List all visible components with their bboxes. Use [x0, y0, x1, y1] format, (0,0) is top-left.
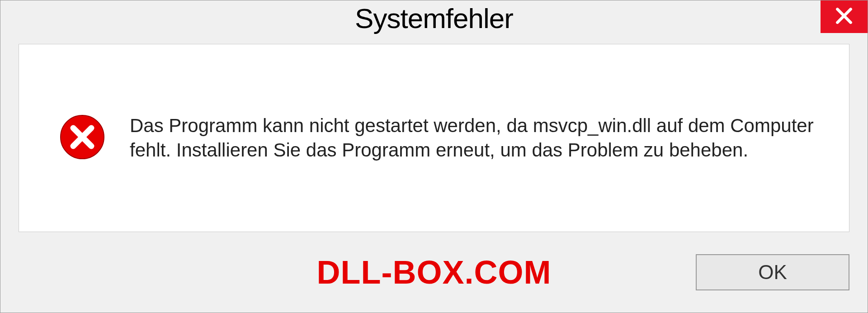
- watermark-text: DLL-BOX.COM: [317, 254, 552, 291]
- titlebar: Systemfehler: [0, 0, 868, 44]
- ok-button[interactable]: OK: [696, 254, 849, 290]
- dialog-footer: DLL-BOX.COM OK: [0, 232, 868, 313]
- error-icon: [60, 114, 105, 161]
- close-button[interactable]: [821, 0, 868, 33]
- dialog-title: Systemfehler: [355, 0, 513, 34]
- content-panel: Das Programm kann nicht gestartet werden…: [19, 44, 849, 232]
- error-message: Das Programm kann nicht gestartet werden…: [130, 114, 817, 162]
- error-dialog: Systemfehler Das Programm kann nicht ges…: [0, 0, 868, 313]
- close-icon: [834, 6, 854, 28]
